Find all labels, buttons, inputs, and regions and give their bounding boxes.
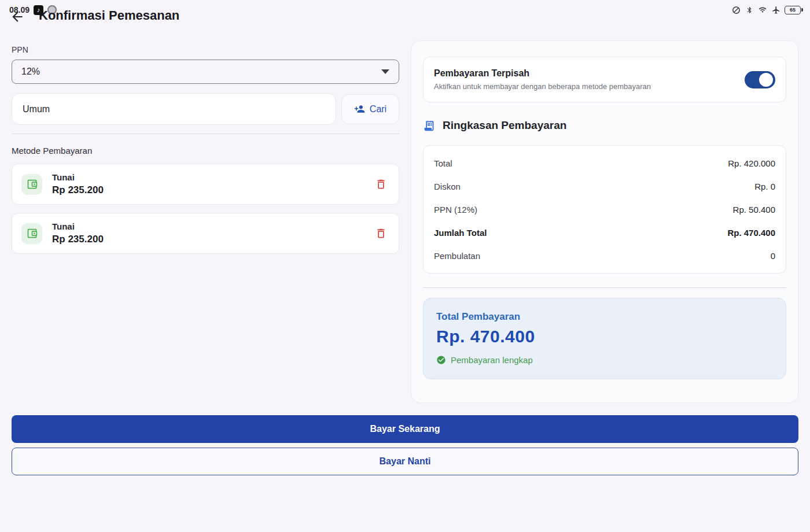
total-payment-label: Total Pembayaran — [436, 311, 773, 323]
search-customer-button[interactable]: Cari — [341, 94, 399, 124]
total-payment-card: Total Pembayaran Rp. 470.400 Pembayaran … — [423, 298, 786, 379]
bluetooth-icon — [745, 5, 754, 14]
payment-method-row: Tunai Rp 235.200 — [12, 213, 399, 254]
summary-heading: Ringkasan Pembayaran — [423, 119, 786, 132]
left-column: PPN 12% Cari Metode Pembayaran Tunai Rp … — [12, 45, 399, 254]
summary-row-value: Rp. 0 — [754, 182, 775, 191]
payment-method-name: Tunai — [52, 172, 373, 182]
payment-method-row: Tunai Rp 235.200 — [12, 164, 399, 205]
ppn-label: PPN — [12, 45, 399, 54]
search-customer-label: Cari — [370, 104, 386, 114]
cash-wallet-icon — [21, 174, 42, 195]
summary-row-value: Rp. 50.400 — [733, 205, 775, 215]
toggle-knob — [759, 73, 773, 87]
person-add-icon — [354, 104, 365, 114]
total-payment-amount: Rp. 470.400 — [436, 327, 773, 346]
summary-row-tax: PPN (12%) Rp. 50.400 — [434, 198, 775, 221]
summary-row-label: Pembulatan — [434, 251, 480, 261]
ppn-selected-value: 12% — [21, 66, 40, 77]
summary-row-label: Diskon — [434, 182, 461, 191]
summary-row-grand-total: Jumlah Total Rp. 470.400 — [434, 221, 775, 244]
payment-method-amount: Rp 235.200 — [52, 184, 373, 196]
page-title: Konfirmasi Pemesanan — [39, 8, 179, 23]
summary-row-rounding: Pembulatan 0 — [434, 244, 775, 267]
summary-row-label: Jumlah Total — [434, 228, 487, 238]
summary-row-value: Rp. 470.400 — [727, 228, 775, 238]
summary-row-value: 0 — [771, 251, 775, 261]
wifi-icon — [758, 5, 767, 14]
summary-row-label: Total — [434, 158, 452, 168]
pay-later-button[interactable]: Bayar Nanti — [12, 448, 798, 475]
split-payment-card: Pembayaran Terpisah Aktifkan untuk memba… — [423, 57, 786, 102]
arrow-back-icon — [10, 9, 25, 24]
summary-row-discount: Diskon Rp. 0 — [434, 175, 775, 198]
summary-row-value: Rp. 420.000 — [728, 158, 775, 168]
trash-icon — [375, 178, 387, 190]
payment-method-name: Tunai — [52, 221, 373, 231]
summary-heading-text: Ringkasan Pembayaran — [443, 119, 566, 132]
summary-row-label: PPN (12%) — [434, 205, 477, 215]
pay-now-button[interactable]: Bayar Sekarang — [12, 415, 798, 443]
battery-level: 65 — [790, 7, 796, 13]
do-not-disturb-icon — [731, 5, 741, 14]
split-payment-toggle[interactable] — [745, 71, 775, 88]
summary-row-total: Total Rp. 420.000 — [434, 152, 775, 175]
cash-wallet-icon — [21, 223, 42, 244]
ppn-select[interactable]: 12% — [12, 60, 399, 84]
check-circle-icon — [436, 355, 446, 365]
summary-card: Total Rp. 420.000 Diskon Rp. 0 PPN (12%)… — [423, 145, 786, 274]
battery-icon: 65 — [785, 6, 801, 14]
customer-input[interactable] — [12, 93, 336, 125]
payment-summary-panel: Pembayaran Terpisah Aktifkan untuk memba… — [411, 40, 798, 403]
delete-payment-button[interactable] — [373, 177, 388, 192]
airplane-mode-icon — [771, 5, 780, 14]
trash-icon — [375, 227, 387, 239]
chevron-down-icon — [381, 69, 389, 74]
payment-method-amount: Rp 235.200 — [52, 234, 373, 245]
payment-complete-status: Pembayaran lengkap — [436, 355, 773, 365]
divider — [12, 134, 399, 134]
split-payment-title: Pembayaran Terpisah — [434, 68, 651, 79]
divider — [423, 287, 786, 288]
order-confirmation-screen: 08.09 ♪ 65 Konfirmasi Pemesanan — [0, 0, 810, 532]
delete-payment-button[interactable] — [373, 226, 388, 241]
payment-methods-label: Metode Pembayaran — [12, 146, 399, 156]
split-payment-subtitle: Aktifkan untuk membayar dengan beberapa … — [434, 82, 651, 91]
payment-complete-text: Pembayaran lengkap — [451, 355, 533, 365]
back-button[interactable] — [9, 9, 25, 25]
receipt-icon — [423, 120, 435, 132]
